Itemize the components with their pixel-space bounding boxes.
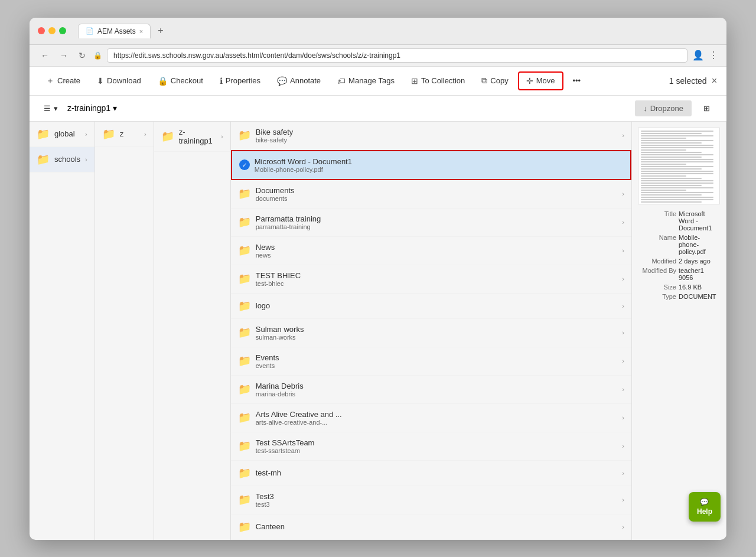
move-btn[interactable]: ✛ Move (518, 71, 563, 90)
folder-icon: 📁 (238, 467, 251, 480)
folder-list-item[interactable]: 📁 test-mh › (231, 461, 631, 486)
folder-expand-icon: › (622, 247, 624, 254)
selected-file-item[interactable]: ✓ Microsoft Word - Document1 Mobile-phon… (231, 150, 631, 180)
checkout-btn[interactable]: 🔒 Checkout (151, 73, 210, 89)
file-info: Microsoft Word - Document1 Mobile-phone-… (255, 157, 623, 173)
meta-type-key: Type (638, 293, 676, 300)
properties-icon: ℹ (220, 76, 223, 86)
folder-name: News (256, 243, 618, 252)
to-collection-btn[interactable]: ⊞ To Collection (404, 73, 472, 89)
create-btn[interactable]: ＋ Create (39, 72, 87, 90)
folder-icon: 📁 (37, 128, 50, 141)
tab-file-icon: 📄 (86, 27, 94, 35)
manage-tags-label: Manage Tags (348, 76, 395, 85)
folder-expand-icon: › (221, 133, 223, 140)
move-icon: ✛ (526, 76, 533, 86)
more-btn[interactable]: ••• (566, 73, 588, 89)
maximize-window-btn[interactable] (59, 27, 66, 34)
help-btn[interactable]: 💬 Help (689, 492, 721, 522)
folder-list-item[interactable]: 📁 Arts Alive Creative and ... arts-alive… (231, 404, 631, 432)
folder-sub: events (256, 362, 618, 369)
annotate-btn[interactable]: 💬 Annotate (270, 73, 328, 89)
back-btn[interactable]: ← (38, 50, 52, 61)
folder-info: Sulman works sulman-works (256, 325, 618, 341)
folder-info: Marina Debris marina-debris (256, 382, 618, 398)
copy-btn[interactable]: ⧉ Copy (474, 72, 515, 89)
layout-toggle-btn[interactable]: ⊞ (696, 100, 717, 116)
folder-expand-icon: › (622, 442, 624, 449)
meta-modified: Modified 2 days ago (638, 258, 720, 265)
folder-info: test-mh (256, 468, 618, 477)
forward-btn[interactable]: → (57, 50, 71, 61)
properties-btn[interactable]: ℹ Properties (213, 73, 268, 89)
folder-sub: parramatta-training (256, 223, 618, 230)
folder-item[interactable]: 📁 global › (30, 122, 94, 147)
folder-icon: 📁 (238, 520, 251, 533)
folder-expand-icon: › (144, 131, 146, 138)
new-tab-btn[interactable]: + (154, 24, 167, 37)
manage-tags-btn[interactable]: 🏷 Manage Tags (330, 73, 402, 89)
menu-icon[interactable]: ⋮ (709, 50, 718, 61)
annotate-icon: 💬 (277, 76, 287, 86)
folder-icon: 📁 (238, 187, 251, 200)
folder-list-item[interactable]: 📁 Bike safety bike-safety › (231, 122, 631, 150)
folder-label: schools (54, 155, 80, 164)
meta-title-val: Microsoft Word - Document1 (679, 210, 720, 232)
folder-list-item[interactable]: 📁 Events events › (231, 347, 631, 376)
preview-thumbnail (638, 128, 720, 204)
folder-sub: documents (256, 195, 618, 202)
manage-tags-icon: 🏷 (337, 76, 346, 86)
folder-sub: test3 (256, 501, 618, 508)
folder-list-item[interactable]: 📁 Test3 test3 › (231, 486, 631, 514)
close-tab-btn[interactable]: × (139, 28, 143, 35)
breadcrumb-dropdown-icon[interactable]: ▾ (113, 103, 117, 113)
meta-name-val: Mobile-phone-policy.pdf (679, 234, 720, 255)
folder-sub: test-ssartsteam (256, 447, 618, 454)
refresh-btn[interactable]: ↻ (76, 50, 89, 61)
folder-sub: sulman-works (256, 334, 618, 341)
breadcrumb-current: z-trainingp1 (67, 103, 110, 113)
folder-expand-icon: › (622, 190, 624, 197)
file-sub: Mobile-phone-policy.pdf (255, 166, 623, 173)
browser-actions: 👤 ⋮ (692, 50, 718, 61)
folder-sub: bike-safety (256, 136, 618, 144)
folder-list-item[interactable]: 📁 Parramatta training parramatta-trainin… (231, 209, 631, 237)
folder-list-column: 📁 Bike safety bike-safety ›✓ Microsoft W… (231, 122, 632, 540)
download-btn[interactable]: ⬇ Download (90, 73, 148, 89)
download-label: Download (107, 76, 141, 85)
folder-list-item[interactable]: 📁 Documents documents › (231, 180, 631, 209)
active-tab[interactable]: 📄 AEM Assets × (78, 24, 151, 38)
folder-list-item[interactable]: 📁 Marina Debris marina-debris › (231, 376, 631, 404)
folder-list-item[interactable]: 📁 Test SSArtsTeam test-ssartsteam › (231, 432, 631, 461)
folder-list-item[interactable]: 📁 Sulman works sulman-works › (231, 319, 631, 347)
deselect-btn[interactable]: × (712, 76, 717, 86)
close-window-btn[interactable] (38, 27, 45, 34)
sidebar-toggle-btn[interactable]: ☰ ▾ (39, 102, 63, 115)
user-icon[interactable]: 👤 (692, 50, 704, 61)
folder-info: News news (256, 243, 618, 259)
breadcrumb-bar: ☰ ▾ z-trainingp1 ▾ ↓ Dropzone ⊞ (30, 96, 726, 122)
folder-item[interactable]: 📁 z-trainingp1 › (154, 122, 230, 152)
folder-expand-icon: › (622, 470, 624, 477)
url-input[interactable] (107, 48, 687, 63)
folder-icon: 📁 (238, 244, 251, 257)
folder-list-item[interactable]: 📁 News news › (231, 237, 631, 265)
folder-expand-icon: › (622, 357, 624, 364)
folder-info: Parramatta training parramatta-training (256, 214, 618, 230)
sidebar-toggle-arrow: ▾ (54, 104, 58, 113)
tab-title: AEM Assets (97, 27, 136, 35)
folder-item[interactable]: 📁 z › (95, 122, 154, 147)
more-label: ••• (573, 76, 581, 85)
folder-sub: news (256, 252, 618, 259)
folder-list-item[interactable]: 📁 logo › (231, 294, 631, 319)
minimize-window-btn[interactable] (48, 27, 56, 34)
dropzone-btn[interactable]: ↓ Dropzone (635, 100, 692, 116)
meta-modified-by-val: teacher1 9056 (679, 267, 720, 281)
folder-list-item[interactable]: 📁 Canteen › (231, 514, 631, 540)
to-collection-label: To Collection (421, 76, 465, 85)
folder-item[interactable]: 📁 schools › (30, 147, 94, 172)
create-label: Create (57, 76, 80, 85)
copy-label: Copy (490, 76, 508, 85)
folder-list-item[interactable]: 📁 TEST BHIEC test-bhiec › (231, 265, 631, 294)
folder-label: z (120, 129, 139, 138)
